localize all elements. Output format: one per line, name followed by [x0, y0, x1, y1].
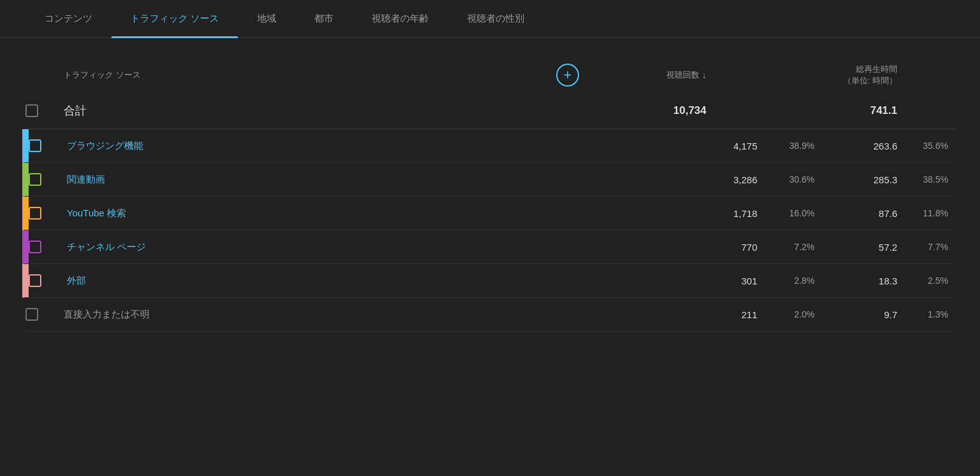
row-source-name: 外部 [67, 275, 601, 287]
row-views: 301 [636, 276, 764, 286]
row-metrics: 1,718 16.0% 87.6 11.8% [601, 208, 955, 219]
row-views-pct: 7.2% [764, 242, 815, 252]
source-column-header: トラフィック ソース [25, 69, 550, 81]
row-watchtime-pct: 1.3% [904, 309, 955, 319]
row-watchtime-pct: 7.7% [904, 242, 955, 252]
row-metrics: 4,175 38.9% 263.6 35.6% [601, 141, 955, 151]
row-views: 211 [636, 309, 764, 320]
row-watchtime: 87.6 [815, 208, 904, 219]
row-source-name: チャンネル ページ [67, 241, 601, 253]
total-watchtime: 741.1 [764, 104, 904, 117]
tab-gender[interactable]: 視聴者の性別 [448, 0, 543, 38]
row-checkbox[interactable] [29, 241, 41, 253]
tab-region[interactable]: 地域 [238, 0, 295, 38]
table-row: チャンネル ページ 770 7.2% 57.2 7.7% [22, 230, 955, 264]
plus-icon: + [564, 67, 572, 83]
tab-traffic[interactable]: トラフィック ソース [111, 0, 238, 38]
row-watchtime-pct: 11.8% [904, 208, 955, 218]
row-color-bar [25, 264, 29, 297]
watchtime-column-header: 総再生時間 （単位: 時間） [764, 64, 904, 87]
row-checkbox-area [25, 308, 64, 321]
row-views: 1,718 [636, 208, 764, 219]
row-color-bar [25, 197, 29, 230]
row-views-pct: 16.0% [764, 208, 815, 218]
table-header: トラフィック ソース + 視聴回数 ↓ 総再生時間 （単位: 時間） [25, 51, 955, 93]
row-checkbox[interactable] [29, 139, 41, 152]
table-row: YouTube 検索 1,718 16.0% 87.6 11.8% [22, 197, 955, 230]
total-checkbox-area [25, 104, 64, 117]
row-metrics: 3,286 30.6% 285.3 38.5% [601, 174, 955, 185]
row-metrics: 770 7.2% 57.2 7.7% [601, 242, 955, 253]
row-watchtime: 263.6 [815, 141, 904, 151]
total-label: 合計 [64, 103, 550, 118]
row-views: 770 [636, 242, 764, 253]
row-source-name: ブラウジング機能 [67, 140, 601, 152]
row-watchtime-pct: 35.6% [904, 141, 955, 151]
row-color-bar [25, 230, 29, 263]
row-checkbox-area [29, 173, 67, 186]
add-column-button[interactable]: + [556, 64, 579, 87]
total-row: 合計 10,734 741.1 [25, 93, 955, 129]
row-watchtime: 9.7 [815, 309, 904, 320]
total-views: 10,734 [585, 104, 713, 117]
row-checkbox-area [29, 241, 67, 253]
views-column-header: 視聴回数 ↓ [585, 69, 713, 81]
row-checkbox[interactable] [29, 207, 41, 220]
row-checkbox[interactable] [29, 274, 41, 287]
data-rows: ブラウジング機能 4,175 38.9% 263.6 35.6% 関連動画 3,… [25, 129, 955, 332]
row-watchtime: 285.3 [815, 174, 904, 185]
row-watchtime: 18.3 [815, 276, 904, 286]
tab-content[interactable]: コンテンツ [25, 0, 111, 38]
row-source-name: YouTube 検索 [67, 207, 601, 220]
row-checkbox[interactable] [25, 308, 38, 321]
row-checkbox-area [29, 274, 67, 287]
table-row: ブラウジング機能 4,175 38.9% 263.6 35.6% [22, 129, 955, 163]
row-watchtime: 57.2 [815, 242, 904, 253]
row-metrics: 301 2.8% 18.3 2.5% [601, 276, 955, 286]
row-checkbox-area [29, 207, 67, 220]
table-row: 外部 301 2.8% 18.3 2.5% [22, 264, 955, 298]
row-views: 4,175 [636, 141, 764, 151]
row-metrics: 211 2.0% 9.7 1.3% [601, 309, 955, 320]
row-source-name: 関連動画 [67, 174, 601, 186]
tab-age[interactable]: 視聴者の年齢 [353, 0, 448, 38]
sort-icon: ↓ [702, 70, 706, 80]
main-content: トラフィック ソース + 視聴回数 ↓ 総再生時間 （単位: 時間） 合計 10… [0, 38, 980, 332]
row-views-pct: 30.6% [764, 174, 815, 185]
row-checkbox-area [29, 139, 67, 152]
row-watchtime-pct: 38.5% [904, 174, 955, 185]
row-checkbox[interactable] [29, 173, 41, 186]
total-values: 10,734 741.1 [550, 104, 955, 117]
row-source-name: 直接入力または不明 [64, 309, 601, 321]
row-color-bar [25, 163, 29, 196]
row-views-pct: 38.9% [764, 141, 815, 151]
tabs-container: コンテンツ トラフィック ソース 地域 都市 視聴者の年齢 視聴者の性別 [0, 0, 980, 38]
tab-city[interactable]: 都市 [295, 0, 353, 38]
table-row: 関連動画 3,286 30.6% 285.3 38.5% [22, 163, 955, 197]
total-checkbox[interactable] [25, 104, 38, 117]
row-views-pct: 2.8% [764, 276, 815, 286]
row-color-bar [25, 129, 29, 162]
row-watchtime-pct: 2.5% [904, 276, 955, 286]
row-views: 3,286 [636, 174, 764, 185]
row-views-pct: 2.0% [764, 309, 815, 319]
table-row: 直接入力または不明 211 2.0% 9.7 1.3% [25, 298, 955, 332]
header-right: + 視聴回数 ↓ 総再生時間 （単位: 時間） [550, 64, 955, 87]
